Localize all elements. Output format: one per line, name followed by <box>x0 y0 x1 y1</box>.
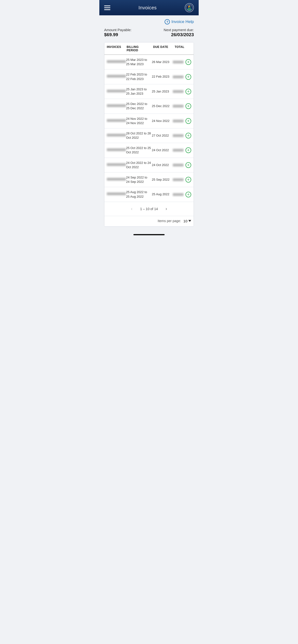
cell-invoice-id <box>107 89 126 94</box>
cell-invoice-id <box>107 104 126 108</box>
amount-row: Amount Payable: $69.99 Next payment due:… <box>104 28 194 38</box>
expand-button[interactable]: + <box>186 192 191 198</box>
table-row: 25 Dec 2022 to25 Dec 2022 25 Dec 2022 + <box>104 99 194 114</box>
pagination-row: ‹ 1 – 10 of 14 › <box>104 202 194 216</box>
cell-due-date: 24 Oct 2022 <box>152 148 173 152</box>
cell-due-date: 25 Dec 2022 <box>152 104 173 108</box>
expand-button[interactable]: + <box>186 59 191 65</box>
pagination-text: 1 – 10 of 14 <box>140 207 158 211</box>
cell-total: + <box>173 74 191 80</box>
cell-total: + <box>173 192 191 198</box>
cell-billing-period: 24 Nov 2022 to24 Nov 2022 <box>126 117 152 125</box>
cell-billing-period: 28 Oct 2022 to 28Oct 2022 <box>126 131 152 140</box>
next-page-button[interactable]: › <box>163 205 170 212</box>
cell-invoice-id <box>107 192 126 196</box>
cell-billing-period: 25 Jan 2023 to25 Jan 2023 <box>126 87 152 96</box>
table-row: 24 Nov 2022 to24 Nov 2022 24 Nov 2022 + <box>104 114 194 128</box>
cell-total: + <box>173 59 191 65</box>
cell-invoice-id <box>107 119 126 123</box>
cell-due-date: 25 Sep 2022 <box>152 178 173 182</box>
expand-button[interactable]: + <box>186 118 191 124</box>
invoice-help-link[interactable]: Invoice Help <box>171 20 194 24</box>
cell-invoice-id <box>107 134 126 138</box>
cell-invoice-id <box>107 60 126 64</box>
expand-button[interactable]: + <box>186 133 191 138</box>
help-icon[interactable]: ? <box>165 19 170 24</box>
table-row: 25 Aug 2022 to25 Aug 2022 25 Aug 2022 + <box>104 187 194 202</box>
table-row: 24 Oct 2022 to 24Oct 2022 24 Oct 2022 + <box>104 158 194 172</box>
cell-total: + <box>173 133 191 138</box>
next-payment-value: 26/03/2023 <box>164 32 194 38</box>
menu-button[interactable] <box>104 6 110 10</box>
bottom-bar <box>99 232 199 240</box>
cell-due-date: 24 Nov 2022 <box>152 119 173 123</box>
cell-due-date: 26 Mar 2023 <box>152 60 173 64</box>
cell-invoice-id <box>107 74 126 79</box>
table-header: INVOICES BILLINGPERIOD DUE DATE TOTAL <box>104 42 194 55</box>
amount-payable-value: $69.99 <box>104 32 131 38</box>
main-content: ? Invoice Help Amount Payable: $69.99 Ne… <box>99 15 199 232</box>
app-header: Invoices <box>99 0 199 15</box>
cell-due-date: 27 Oct 2022 <box>152 134 173 138</box>
cell-invoice-id <box>107 148 126 152</box>
table-row: 28 Oct 2022 to 28Oct 2022 27 Oct 2022 + <box>104 128 194 143</box>
cell-invoice-id <box>107 178 126 182</box>
cell-billing-period: 25 Oct 2022 to 25Oct 2022 <box>126 146 152 154</box>
expand-button[interactable]: + <box>186 177 191 182</box>
expand-button[interactable]: + <box>186 147 191 153</box>
cell-billing-period: 22 Feb 2023 to22 Feb 2023 <box>126 72 152 81</box>
prev-page-button[interactable]: ‹ <box>128 205 135 212</box>
items-per-page-value: 10 <box>183 219 187 223</box>
invoices-table: INVOICES BILLINGPERIOD DUE DATE TOTAL 25… <box>104 42 194 227</box>
items-per-page-label: Items per page: <box>158 219 181 223</box>
table-row: 25 Oct 2022 to 25Oct 2022 24 Oct 2022 + <box>104 143 194 158</box>
cell-due-date: 25 Jan 2023 <box>152 89 173 94</box>
cell-total: + <box>173 103 191 109</box>
cell-billing-period: 25 Mar 2023 to25 Mar 2023 <box>126 58 152 66</box>
cell-total: + <box>173 118 191 124</box>
amount-payable-label: Amount Payable: <box>104 28 131 32</box>
cell-total: + <box>173 162 191 168</box>
cell-billing-period: 25 Aug 2022 to25 Aug 2022 <box>126 190 152 198</box>
items-per-page-row: Items per page: 10 <box>104 216 194 226</box>
invoice-help-row: ? Invoice Help <box>104 19 194 24</box>
cell-total: + <box>173 147 191 153</box>
expand-button[interactable]: + <box>186 74 191 80</box>
cell-due-date: 22 Feb 2023 <box>152 74 173 79</box>
table-row: 25 Jan 2023 to25 Jan 2023 25 Jan 2023 + <box>104 84 194 99</box>
cell-billing-period: 24 Sep 2022 to24 Sep 2022 <box>126 176 152 184</box>
cell-billing-period: 25 Dec 2022 to25 Dec 2022 <box>126 102 152 110</box>
cell-due-date: 24 Oct 2022 <box>152 163 173 167</box>
page-title: Invoices <box>138 5 157 10</box>
table-row: 24 Sep 2022 to24 Sep 2022 25 Sep 2022 + <box>104 172 194 187</box>
col-invoices: INVOICES <box>107 45 127 52</box>
table-row: 22 Feb 2023 to22 Feb 2023 22 Feb 2023 + <box>104 70 194 84</box>
cell-total: + <box>173 177 191 182</box>
expand-button[interactable]: + <box>186 162 191 168</box>
next-payment-block: Next payment due: 26/03/2023 <box>164 28 194 38</box>
cell-total: + <box>173 89 191 94</box>
next-payment-label: Next payment due: <box>164 28 194 32</box>
amount-payable-block: Amount Payable: $69.99 <box>104 28 131 38</box>
items-per-page-select[interactable]: 10 <box>183 219 191 223</box>
col-billing-period: BILLINGPERIOD <box>127 45 153 52</box>
cell-invoice-id <box>107 163 126 167</box>
table-row: 25 Mar 2023 to25 Mar 2023 26 Mar 2023 + <box>104 55 194 70</box>
table-body: 25 Mar 2023 to25 Mar 2023 26 Mar 2023 + … <box>104 55 194 202</box>
dropdown-arrow-icon <box>188 220 191 222</box>
user-avatar[interactable] <box>185 3 194 12</box>
cell-billing-period: 24 Oct 2022 to 24Oct 2022 <box>126 161 152 170</box>
col-due-date: DUE DATE <box>153 45 175 52</box>
cell-due-date: 25 Aug 2022 <box>152 192 173 196</box>
expand-button[interactable]: + <box>186 89 191 94</box>
expand-button[interactable]: + <box>186 103 191 109</box>
col-total: TOTAL <box>175 45 191 52</box>
home-indicator <box>133 234 165 235</box>
